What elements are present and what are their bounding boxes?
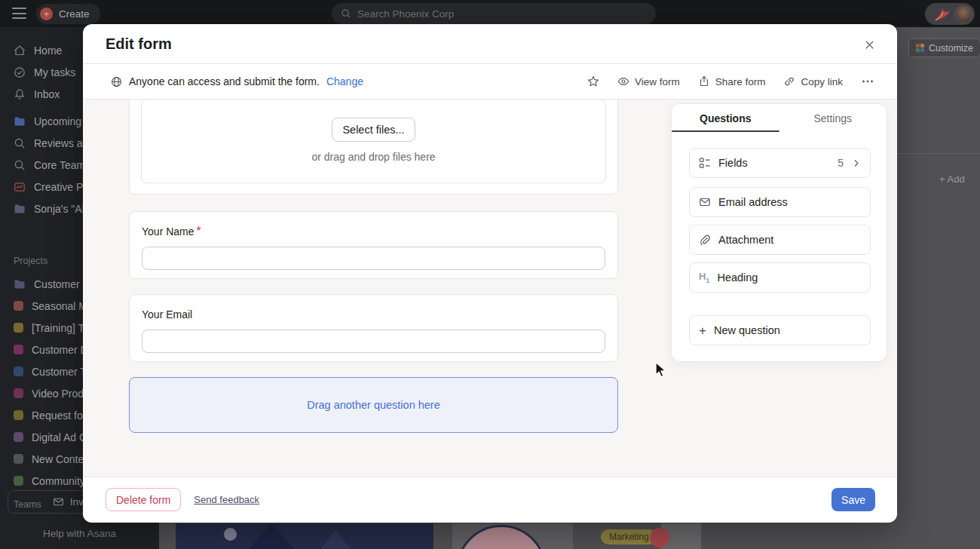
share-form-button[interactable]: Share form [698, 75, 766, 87]
drag-question-dropzone[interactable]: Drag another question here [129, 377, 618, 433]
plus-icon: + [699, 324, 706, 337]
modal-title: Edit form [106, 35, 172, 53]
favorite-star-button[interactable] [587, 75, 599, 87]
search-placeholder: Search Phoenix Corp [357, 8, 454, 20]
app-root: + Create Search Phoenix Corp Home My tas… [0, 0, 980, 549]
required-asterisk: * [197, 225, 201, 238]
link-icon [783, 75, 795, 87]
background-red-avatar [650, 528, 669, 547]
row-label: Heading [717, 271, 758, 284]
close-icon[interactable] [858, 33, 880, 56]
access-message: Anyone can access and submit the form. [129, 75, 320, 87]
help-with-asana-link[interactable]: Help with Asana [0, 528, 159, 539]
bell-icon [14, 88, 26, 100]
share-form-label: Share form [715, 76, 766, 87]
tab-settings[interactable]: Settings [779, 104, 887, 132]
project-color-dot [14, 301, 23, 311]
send-feedback-link[interactable]: Send feedback [194, 494, 259, 505]
project-label: Community [32, 475, 85, 487]
customize-button[interactable]: Customize [908, 38, 980, 57]
search-icon [14, 159, 26, 171]
search-input[interactable]: Search Phoenix Corp [332, 3, 656, 24]
your-email-input[interactable] [142, 330, 605, 353]
active-tab-underline [672, 130, 779, 132]
folder-icon [14, 115, 26, 127]
sidebar-item-label: Home [34, 44, 62, 57]
project-label: New Conten [32, 453, 90, 465]
add-email-address-row[interactable]: Email address [689, 187, 871, 217]
project-color-dot [14, 323, 23, 333]
envelope-icon [53, 496, 64, 508]
sidebar-item-label: My tasks [34, 66, 75, 78]
project-label: Digital Ad C [32, 431, 87, 443]
sidebar-item-label: Sonja's "All [34, 203, 87, 215]
fields-icon [699, 157, 711, 169]
save-button[interactable]: Save [831, 488, 875, 511]
add-heading-row[interactable]: H1 Heading [689, 262, 871, 293]
more-options-button[interactable] [861, 75, 874, 87]
check-circle-icon [14, 66, 26, 78]
select-files-button[interactable]: Select files... [332, 118, 415, 142]
home-icon [14, 44, 26, 57]
question-label: Your Name [142, 225, 194, 238]
hamburger-menu-icon[interactable] [12, 8, 26, 19]
ellipsis-icon [861, 75, 874, 87]
project-label: Video Produ [32, 388, 90, 400]
plus-icon: + [40, 8, 53, 20]
project-label: [Training] Te [32, 322, 89, 334]
customize-grid-icon [916, 44, 924, 52]
copy-link-button[interactable]: Copy link [783, 75, 843, 87]
drag-drop-hint: or drag and drop files here [311, 151, 435, 163]
question-label: Your Email [142, 308, 192, 321]
your-name-input[interactable] [142, 247, 605, 270]
question-card-your-email[interactable]: Your Email [129, 294, 618, 362]
row-label: Email address [718, 196, 788, 208]
modal-toolbar: Anyone can access and submit the form. C… [83, 64, 897, 100]
share-icon [698, 75, 710, 87]
modal-footer: Delete form Send feedback Save [83, 477, 897, 522]
project-label: Customer D [32, 344, 88, 356]
folder-icon [14, 278, 26, 290]
search-icon [341, 8, 351, 19]
new-question-button[interactable]: + New question [689, 315, 871, 345]
question-panel: Questions Settings Fields 5 Email addres… [671, 103, 887, 362]
new-question-label: New question [714, 324, 780, 336]
create-button[interactable]: + Create [36, 4, 100, 24]
paperclip-icon [699, 234, 711, 246]
view-form-button[interactable]: View form [617, 75, 680, 87]
project-color-dot [14, 345, 23, 354]
account-pill[interactable] [925, 3, 975, 25]
eye-icon [617, 75, 629, 87]
customize-label: Customize [929, 43, 973, 54]
form-builder-body: Select files... or drag and drop files h… [83, 100, 897, 477]
project-color-dot [14, 454, 23, 464]
project-label: Request for [32, 409, 86, 422]
modal-header: Edit form [83, 24, 897, 64]
fields-row[interactable]: Fields 5 [689, 148, 871, 178]
project-color-dot [14, 410, 23, 420]
project-label: Customer E [34, 278, 90, 290]
question-card-your-name[interactable]: Your Name* [129, 211, 618, 279]
phoenix-mascot-icon [933, 6, 952, 23]
change-access-link[interactable]: Change [326, 75, 363, 87]
view-form-label: View form [635, 76, 680, 87]
add-attachment-row[interactable]: Attachment [689, 225, 871, 255]
dropzone-label: Drag another question here [307, 399, 440, 411]
background-illustration-mountain-circle [452, 523, 573, 549]
chevron-right-icon [851, 158, 861, 168]
add-button[interactable]: + Add [933, 170, 971, 188]
attachment-question-card[interactable]: Select files... or drag and drop files h… [129, 100, 618, 195]
sidebar-item-label: Inbox [34, 88, 60, 100]
project-label: Customer T [32, 366, 87, 378]
create-button-label: Create [59, 8, 90, 20]
panel-tabs: Questions Settings [672, 104, 887, 132]
marketing-tag: Marketing [601, 529, 657, 544]
file-dropzone[interactable]: Select files... or drag and drop files h… [141, 100, 606, 183]
project-color-dot [14, 367, 23, 376]
tab-questions[interactable]: Questions [672, 104, 779, 132]
envelope-icon [699, 196, 711, 208]
star-icon [587, 75, 599, 87]
project-color-dot [14, 432, 23, 442]
delete-form-button[interactable]: Delete form [106, 488, 181, 511]
background-divider [897, 153, 980, 154]
